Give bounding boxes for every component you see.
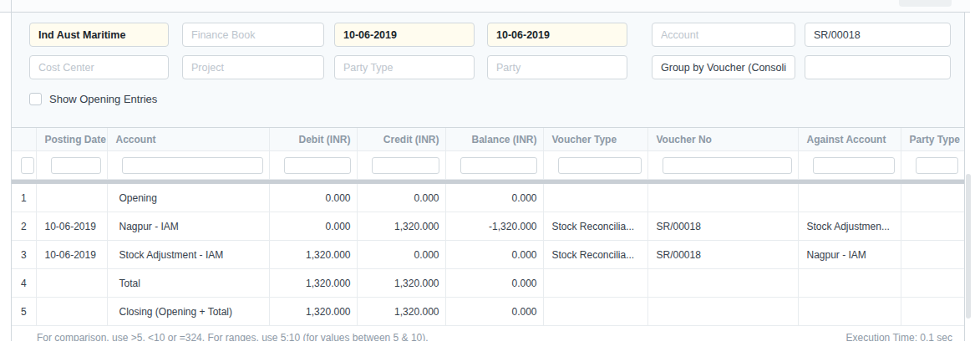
col-header-debit[interactable]: Debit (INR) [269, 128, 357, 151]
top-left-divider [11, 0, 12, 13]
cell-voucher-type[interactable] [543, 298, 647, 326]
show-opening-entries-checkbox[interactable] [29, 93, 42, 105]
cell-debit[interactable]: 1,320.000 [269, 241, 357, 269]
col-header-voucher-type[interactable]: Voucher Type [543, 128, 647, 151]
cell-posting-date[interactable]: 10-06-2019 [36, 241, 107, 269]
cell-voucher-type[interactable]: Stock Reconcilia... [543, 212, 647, 241]
from-date-filter-input[interactable] [334, 23, 475, 47]
vertical-scrollbar[interactable] [966, 174, 971, 319]
cell-account[interactable]: Closing (Opening + Total) [107, 298, 269, 326]
project-filter-input[interactable] [182, 55, 324, 79]
cell-party-type[interactable] [901, 241, 964, 269]
group-by-select[interactable] [652, 55, 795, 79]
cell-against-account[interactable] [798, 298, 901, 326]
cell-balance[interactable]: 0.000 [445, 298, 543, 326]
table-row[interactable]: 4 Total 1,320.000 1,320.000 0.000 [12, 269, 964, 298]
table-row[interactable]: 1 Opening 0.000 0.000 0.000 [12, 184, 964, 212]
row-index[interactable]: 1 [12, 184, 36, 212]
cell-against-account[interactable]: Stock Adjustmen... [798, 212, 901, 241]
cell-balance[interactable]: 0.000 [445, 269, 543, 298]
filter-hint-text: For comparison, use >5, <10 or =324. For… [37, 332, 429, 341]
report-footer: For comparison, use >5, <10 or =324. For… [12, 326, 964, 341]
cell-party-type[interactable] [901, 269, 964, 298]
cell-debit[interactable]: 1,320.000 [269, 298, 357, 326]
voucher-type-column-filter-input[interactable] [558, 157, 642, 174]
cell-party-type[interactable] [901, 298, 964, 326]
table-row[interactable]: 5 Closing (Opening + Total) 1,320.000 1,… [12, 298, 964, 326]
cell-credit[interactable]: 1,320.000 [357, 212, 445, 241]
account-filter-input[interactable] [652, 23, 795, 47]
cell-party-type[interactable] [901, 212, 964, 241]
cell-account[interactable]: Total [107, 269, 269, 298]
cell-debit[interactable]: 0.000 [269, 184, 357, 212]
report-table-body: 1 Opening 0.000 0.000 0.000 2 10-06-2019… [12, 184, 964, 326]
report-filter-area: Show Opening Entries [12, 13, 964, 128]
table-row[interactable]: 3 10-06-2019 Stock Adjustment - IAM 1,32… [12, 241, 964, 269]
col-header-serial[interactable] [12, 128, 36, 151]
party-filter-input[interactable] [487, 55, 627, 79]
column-header-row: Posting Date Account Debit (INR) Credit … [12, 128, 964, 151]
cell-voucher-no[interactable]: SR/00018 [647, 241, 798, 269]
row-index[interactable]: 3 [12, 241, 36, 269]
cell-posting-date[interactable]: 10-06-2019 [36, 212, 107, 241]
col-header-credit[interactable]: Credit (INR) [357, 128, 445, 151]
cell-party-type[interactable] [901, 184, 964, 212]
against-account-column-filter-input[interactable] [813, 157, 895, 174]
finance-book-filter-input[interactable] [182, 23, 324, 47]
cell-credit[interactable]: 0.000 [357, 184, 445, 212]
cell-balance[interactable]: -1,320.000 [445, 212, 543, 241]
cell-credit[interactable]: 1,320.000 [357, 269, 445, 298]
cell-voucher-no[interactable] [647, 184, 798, 212]
col-header-account[interactable]: Account [107, 128, 269, 151]
col-header-party-type[interactable]: Party Type [901, 128, 964, 151]
cell-voucher-no[interactable] [647, 298, 798, 326]
cell-account[interactable]: Opening [107, 184, 269, 212]
cell-posting-date[interactable] [36, 184, 107, 212]
credit-column-filter-input[interactable] [372, 157, 439, 174]
cost-center-filter-input[interactable] [29, 55, 169, 79]
cell-posting-date[interactable] [36, 269, 107, 298]
cell-voucher-type[interactable] [543, 269, 647, 298]
cell-against-account[interactable]: Nagpur - IAM [798, 241, 901, 269]
col-header-posting-date[interactable]: Posting Date [36, 128, 107, 151]
debit-column-filter-input[interactable] [284, 157, 351, 174]
cell-credit[interactable]: 0.000 [357, 241, 445, 269]
cell-voucher-no[interactable] [647, 269, 798, 298]
cell-debit[interactable]: 1,320.000 [269, 269, 357, 298]
party-type-column-filter-input[interactable] [916, 157, 959, 174]
cell-account[interactable]: Nagpur - IAM [107, 212, 269, 241]
cell-posting-date[interactable] [36, 298, 107, 326]
table-row[interactable]: 2 10-06-2019 Nagpur - IAM 0.000 1,320.00… [12, 212, 964, 241]
party-type-filter-input[interactable] [334, 55, 475, 79]
account-column-filter-input[interactable] [122, 157, 263, 174]
cell-voucher-type[interactable] [543, 184, 647, 212]
cell-balance[interactable]: 0.000 [445, 184, 543, 212]
serial-column-filter-input[interactable] [21, 157, 34, 174]
posting-date-column-filter-input[interactable] [51, 157, 101, 174]
extra-filter-input[interactable] [805, 55, 951, 79]
cell-voucher-no[interactable]: SR/00018 [647, 212, 798, 241]
cell-against-account[interactable] [798, 184, 901, 212]
col-header-balance[interactable]: Balance (INR) [445, 128, 543, 151]
company-filter-input[interactable] [29, 23, 169, 47]
execution-time-text: Execution Time: 0.1 sec [846, 332, 952, 341]
show-opening-entries-label[interactable]: Show Opening Entries [49, 93, 157, 106]
cell-voucher-type[interactable]: Stock Reconcilia... [543, 241, 647, 269]
voucher-no-column-filter-input[interactable] [663, 157, 792, 174]
cell-credit[interactable]: 1,320.000 [357, 298, 445, 326]
col-header-voucher-no[interactable]: Voucher No [647, 128, 798, 151]
partial-toolbar-button[interactable] [899, 0, 952, 7]
voucher-no-filter-input[interactable] [805, 23, 951, 47]
general-ledger-report-page: Show Opening Entries Posting Date Accoun… [0, 0, 980, 362]
report-container: Show Opening Entries Posting Date Accoun… [11, 13, 965, 341]
row-index[interactable]: 2 [12, 212, 36, 241]
cell-account[interactable]: Stock Adjustment - IAM [107, 241, 269, 269]
cell-against-account[interactable] [798, 269, 901, 298]
to-date-filter-input[interactable] [487, 23, 627, 47]
cell-debit[interactable]: 0.000 [269, 212, 357, 241]
cell-balance[interactable]: 0.000 [445, 241, 543, 269]
balance-column-filter-input[interactable] [460, 157, 537, 174]
row-index[interactable]: 5 [12, 298, 36, 326]
col-header-against-account[interactable]: Against Account [798, 128, 901, 151]
row-index[interactable]: 4 [12, 269, 36, 298]
